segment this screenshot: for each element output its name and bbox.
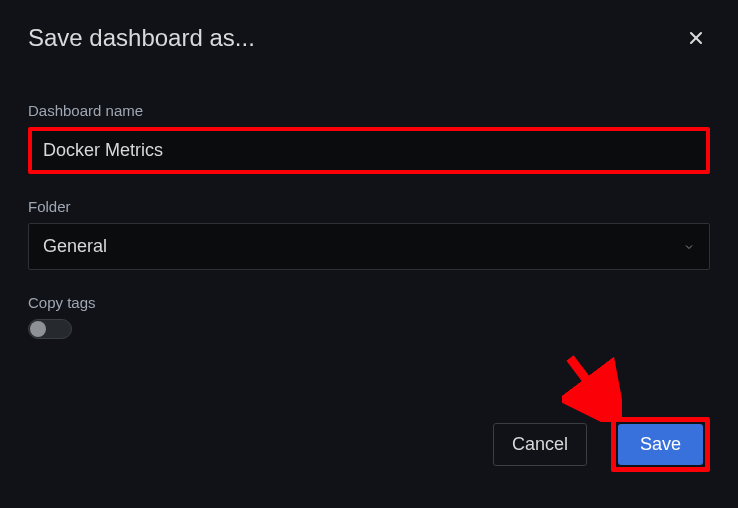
dashboard-name-input-wrap (28, 127, 710, 174)
save-dashboard-modal: Save dashboard as... Dashboard name Fold… (0, 0, 738, 508)
close-button[interactable] (682, 24, 710, 52)
copy-tags-label: Copy tags (28, 294, 710, 311)
chevron-down-icon (683, 241, 695, 253)
folder-selected-value: General (43, 236, 107, 257)
save-button[interactable]: Save (618, 424, 703, 465)
save-button-highlight: Save (611, 417, 710, 472)
modal-title: Save dashboard as... (28, 24, 255, 52)
close-icon (686, 28, 706, 48)
modal-footer: Cancel Save (493, 417, 710, 472)
copy-tags-group: Copy tags (28, 294, 710, 339)
cancel-button[interactable]: Cancel (493, 423, 587, 466)
annotation-arrow-icon (562, 352, 622, 422)
toggle-thumb (30, 321, 46, 337)
folder-label: Folder (28, 198, 710, 215)
modal-header: Save dashboard as... (28, 24, 710, 52)
dashboard-name-group: Dashboard name (28, 102, 710, 174)
folder-group: Folder General (28, 198, 710, 270)
svg-line-3 (570, 358, 607, 407)
folder-select[interactable]: General (28, 223, 710, 270)
dashboard-name-input[interactable] (32, 131, 706, 170)
dashboard-name-label: Dashboard name (28, 102, 710, 119)
copy-tags-toggle[interactable] (28, 319, 72, 339)
